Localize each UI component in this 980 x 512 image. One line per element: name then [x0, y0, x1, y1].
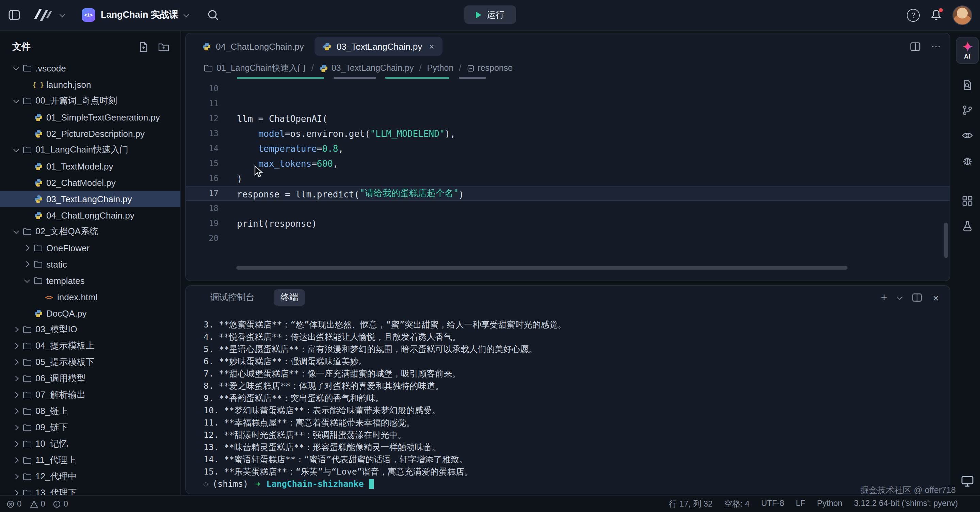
breadcrumb-item[interactable]: Python [427, 63, 453, 73]
cursor-position[interactable]: 行 17, 列 32 [669, 498, 713, 510]
chevron-right-icon[interactable] [11, 491, 21, 495]
debug-button[interactable] [961, 154, 974, 167]
breadcrumb-item[interactable]: response [467, 63, 513, 73]
language-mode[interactable]: Python [817, 498, 843, 510]
chevron-down-icon[interactable] [22, 278, 31, 283]
tree-file[interactable]: 01_TextModel.py [0, 158, 180, 174]
close-tab-button[interactable]: × [429, 41, 434, 51]
vertical-scrollbar[interactable] [944, 223, 948, 258]
chevron-right-icon[interactable] [22, 246, 31, 250]
code-editor[interactable]: 101112llm = ChatOpenAI(13 model=os.envir… [186, 77, 950, 272]
preview-button[interactable] [961, 129, 974, 142]
code-line[interactable]: 16) [186, 171, 950, 186]
more-actions-button[interactable]: ⋯ [931, 41, 942, 52]
indentation[interactable]: 空格: 4 [724, 498, 749, 510]
chevron-right-icon[interactable] [11, 475, 21, 479]
python-interpreter[interactable]: 3.12.2 64-bit ('shims': pyenv) [854, 498, 958, 510]
tab-terminal[interactable]: 终端 [274, 289, 305, 306]
tree-file[interactable]: 02_ChatModel.py [0, 174, 180, 191]
code-line[interactable]: 13 model=os.environ.get("LLM_MODELEND"), [186, 126, 950, 141]
split-editor-button[interactable] [910, 40, 921, 52]
tree-folder[interactable]: 01_LangChain快速入门 [0, 142, 180, 158]
split-terminal-button[interactable] [912, 292, 923, 303]
avatar[interactable] [953, 5, 972, 25]
tree-file[interactable]: 03_TextLangChain.py [0, 191, 180, 207]
chevron-right-icon[interactable] [11, 344, 21, 348]
code-line[interactable] [186, 77, 950, 81]
code-line[interactable]: 15 max_tokens=600, [186, 156, 950, 171]
chevron-down-icon[interactable] [11, 229, 21, 234]
search-button[interactable] [207, 9, 219, 21]
tree-folder[interactable]: 12_代理中 [0, 468, 180, 485]
sidebar-toggle-button[interactable] [8, 9, 21, 21]
ai-assistant-button[interactable]: AI [956, 37, 979, 64]
tree-folder[interactable]: 02_文档QA系统 [0, 223, 180, 240]
tree-folder[interactable]: templates [0, 272, 180, 289]
chevron-down-icon[interactable] [11, 148, 21, 152]
problems-info[interactable]: 0 [53, 499, 68, 509]
extensions-button[interactable] [961, 195, 974, 207]
tree-file[interactable]: { }launch.json [0, 76, 180, 92]
tree-file[interactable]: 01_SimpleTextGeneration.py [0, 109, 180, 125]
code-line[interactable]: 19print(response) [186, 216, 950, 231]
run-button[interactable]: 运行 [464, 5, 516, 24]
tree-folder[interactable]: 07_解析输出 [0, 387, 180, 403]
source-control-button[interactable] [961, 104, 974, 116]
tree-folder[interactable]: 11_代理上 [0, 452, 180, 468]
code-line[interactable]: 12llm = ChatOpenAI( [186, 111, 950, 126]
close-panel-button[interactable]: × [933, 293, 939, 303]
chevron-down-icon[interactable] [11, 99, 21, 103]
workspace-switcher[interactable]: </> LangChain 实战课 [82, 8, 188, 22]
code-line[interactable]: 11 [186, 96, 950, 111]
tab-debug-console[interactable]: 调试控制台 [204, 289, 261, 306]
new-file-button[interactable] [138, 41, 149, 52]
code-line[interactable]: 18 [186, 201, 950, 216]
tree-folder[interactable]: OneFlower [0, 240, 180, 256]
problems-error[interactable]: 0 [7, 499, 21, 509]
code-line-current[interactable]: 17response = llm.predict("请给我的蛋糕店起个名") [186, 186, 950, 201]
breadcrumb-item[interactable]: 01_LangChain快速入门 [204, 62, 306, 74]
new-terminal-button[interactable]: + [881, 292, 888, 303]
file-search-button[interactable] [961, 79, 974, 91]
logo-menu-chevron[interactable] [60, 13, 64, 17]
problems-warning[interactable]: 0 [30, 499, 45, 509]
tree-folder[interactable]: 09_链下 [0, 420, 180, 436]
chevron-right-icon[interactable] [11, 377, 21, 381]
terminal-output[interactable]: 3. **悠蜜蛋糕店**：“悠”体现出悠然、惬意，“蜜”突出甜蜜，给人一种享受甜… [204, 313, 939, 490]
chevron-right-icon[interactable] [11, 426, 21, 429]
notifications-button[interactable] [930, 9, 942, 21]
remote-monitor-button[interactable] [961, 475, 974, 488]
tree-folder[interactable]: 13_代理下 [0, 485, 180, 496]
tree-folder[interactable]: 03_模型IO [0, 321, 180, 338]
chevron-right-icon[interactable] [11, 442, 21, 446]
tree-file[interactable]: DocQA.py [0, 305, 180, 321]
chevron-right-icon[interactable] [11, 409, 21, 413]
tree-file[interactable]: <>index.html [0, 289, 180, 305]
terminal-dropdown-chevron-icon[interactable] [897, 294, 903, 300]
tree-folder[interactable]: 05_提示模板下 [0, 354, 180, 370]
tree-file[interactable]: 02_PictureDescription.py [0, 125, 180, 142]
tree-folder[interactable]: 00_开篇词_奇点时刻 [0, 92, 180, 109]
tree-file[interactable]: 04_ChatLongChain.py [0, 207, 180, 223]
app-logo[interactable] [33, 8, 53, 22]
chevron-down-icon[interactable] [11, 66, 21, 70]
tree-folder[interactable]: static [0, 256, 180, 272]
help-button[interactable]: ? [907, 8, 920, 21]
code-line[interactable]: 14 temperature=0.8, [186, 141, 950, 156]
breadcrumb-item[interactable]: 03_TextLangChain.py [319, 63, 414, 73]
encoding[interactable]: UTF-8 [761, 498, 784, 510]
chevron-right-icon[interactable] [11, 458, 21, 462]
tree-folder[interactable]: 04_提示模板上 [0, 338, 180, 354]
tree-folder[interactable]: 06_调用模型 [0, 370, 180, 387]
chevron-right-icon[interactable] [11, 328, 21, 332]
testing-button[interactable] [961, 220, 974, 232]
tree-folder[interactable]: 08_链上 [0, 403, 180, 420]
chevron-right-icon[interactable] [11, 393, 21, 397]
tree-folder[interactable]: 10_记忆 [0, 436, 180, 452]
chevron-right-icon[interactable] [22, 262, 31, 266]
code-line[interactable]: 20 [186, 231, 950, 246]
editor-tab[interactable]: 04_ChatLongChain.py [194, 37, 312, 56]
tree-folder[interactable]: .vscode [0, 60, 180, 76]
new-folder-button[interactable] [158, 41, 170, 52]
chevron-right-icon[interactable] [11, 360, 21, 364]
